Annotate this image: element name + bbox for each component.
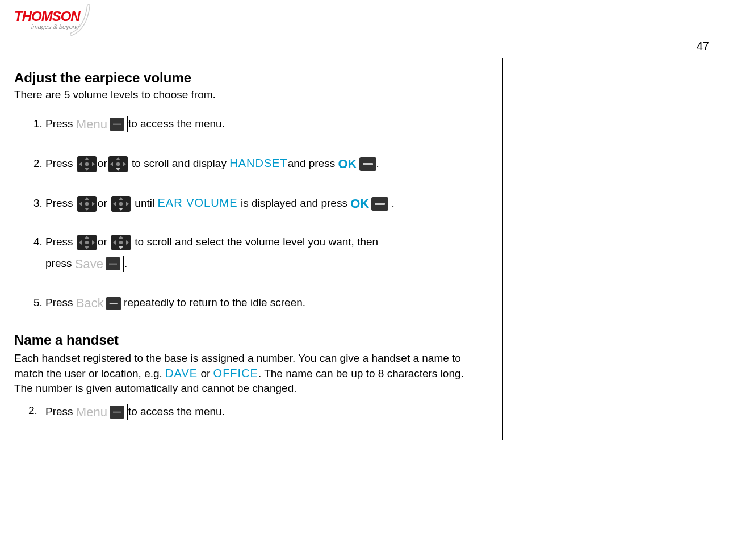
back-softkey-icon: Back	[76, 291, 121, 315]
main-column: Adjust the earpiece volume There are 5 v…	[14, 58, 503, 440]
ok-button-icon: OK	[350, 192, 388, 216]
keyword-ear-volume: EAR VOLUME	[157, 197, 237, 209]
name-handset-description: Each handset registered to the base is a…	[14, 351, 474, 395]
save-softkey-icon: Save	[75, 252, 124, 276]
section-heading-name-handset: Name a handset	[14, 332, 474, 348]
section-intro: There are 5 volume levels to choose from…	[14, 89, 474, 101]
keyword-office: OFFICE	[213, 367, 258, 379]
steps-list-name-handset: Press Menu to access the menu.	[14, 400, 474, 424]
nav-down-icon	[77, 235, 97, 250]
menu-softkey-icon: Menu	[76, 400, 128, 424]
keyword-dave: DAVE	[165, 367, 198, 379]
menu-softkey-icon: Menu	[76, 112, 128, 136]
step-3: Press or until EAR VOLUME is displayed a…	[45, 192, 474, 216]
nav-up-icon	[111, 196, 131, 212]
section-heading-adjust-volume: Adjust the earpiece volume	[14, 70, 474, 86]
page-number: 47	[697, 9, 715, 53]
step-5: Press Back repeatedly to return to the i…	[45, 291, 474, 315]
keyword-handset: HANDSET	[229, 157, 288, 169]
softkey-button-icon	[106, 297, 121, 310]
step-1: Press Menu to access the menu.	[45, 112, 474, 136]
softkey-button-icon	[110, 406, 124, 419]
softkey-button-icon	[110, 118, 124, 131]
page-header: THOMSON images & beyond 47	[0, 0, 729, 58]
steps-list-volume: Press Menu to access the menu. Press or …	[14, 112, 474, 315]
nav-down-icon	[77, 156, 97, 172]
nav-up-icon	[111, 235, 131, 250]
step-2: Press or to scroll and display HANDSETan…	[45, 152, 474, 176]
logo-curve-icon	[69, 3, 97, 37]
ok-button-icon: OK	[338, 152, 376, 176]
nav-down-icon	[77, 196, 97, 212]
step-4: Press or to scroll and select the volume…	[45, 232, 474, 276]
softkey-button-icon	[106, 257, 120, 270]
content-wrapper: Adjust the earpiece volume There are 5 v…	[0, 58, 729, 440]
nav-up-icon	[108, 156, 128, 172]
brand-logo: THOMSON images & beyond	[14, 9, 80, 30]
step-2-name-handset: Press Menu to access the menu.	[45, 400, 474, 424]
